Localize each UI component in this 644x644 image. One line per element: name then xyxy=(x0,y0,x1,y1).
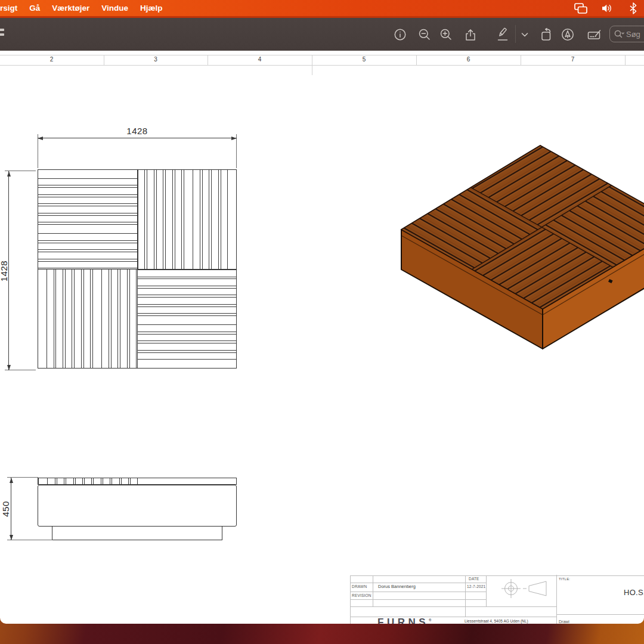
rotate-glyph xyxy=(540,28,553,41)
search-placeholder: Søg xyxy=(626,30,640,39)
annotate-glyph xyxy=(561,28,574,41)
deck-quadrant-bl xyxy=(38,270,137,369)
trademark-symbol: ® xyxy=(429,618,431,622)
markup-icon[interactable] xyxy=(496,27,509,42)
partial-cell-text: Drawi xyxy=(559,620,569,624)
dim-arrow xyxy=(7,171,11,177)
bluetooth-icon[interactable] xyxy=(626,1,640,16)
frame-column-number: 5 xyxy=(357,56,371,63)
menu-item-vindue[interactable]: Vindue xyxy=(101,4,128,13)
menu-item-rsigt[interactable]: rsigt xyxy=(0,4,17,13)
zoom-out-icon[interactable] xyxy=(418,27,431,42)
frame-column-tick xyxy=(625,55,626,65)
dim-arrow xyxy=(38,137,43,140)
toolbar-divider xyxy=(515,25,516,43)
drawn-label: DRAWN xyxy=(352,584,367,589)
frame-column-number: 6 xyxy=(462,56,476,63)
deck-quadrant-br xyxy=(138,270,237,369)
quadrant-divider-horizontal xyxy=(38,269,236,270)
menu-item-g[interactable]: Gå xyxy=(29,4,40,13)
side-view-base xyxy=(52,527,222,540)
side-view-deck-band xyxy=(38,478,237,485)
side-view-body xyxy=(38,485,237,527)
side-view-slat-ends xyxy=(38,478,138,484)
frame-column-number: 3 xyxy=(148,56,163,63)
date-label: DATE xyxy=(469,577,479,581)
rotate-icon[interactable] xyxy=(540,27,553,42)
menu-bar: rsigtGåVærktøjerVindueHjælp xyxy=(0,0,644,18)
menu-item-hjlp[interactable]: Hjælp xyxy=(140,4,163,13)
frame-column-number: 2 xyxy=(45,56,59,63)
chevron-down-glyph xyxy=(521,32,528,38)
company-address: Liessentstraat 4, 5405 AG Uden (NL) xyxy=(465,619,528,623)
company-logo: FURNS® xyxy=(377,617,431,624)
title-block-line xyxy=(486,575,487,606)
annotate-icon[interactable] xyxy=(561,27,574,42)
search-field[interactable]: Søg xyxy=(609,26,644,42)
status-icon-tray xyxy=(574,0,640,16)
window-toolbar: Søg xyxy=(0,18,644,51)
menu-item-vrktjer[interactable]: Værktøjer xyxy=(52,4,89,13)
date-value: 12-7-2021 xyxy=(467,584,485,589)
ext-line xyxy=(7,540,52,540)
zoom-in-glyph xyxy=(439,28,453,41)
frame-column-tick xyxy=(104,55,104,65)
drawing-title: HO.S1 xyxy=(624,588,644,597)
top-view xyxy=(38,169,237,369)
title-block-line xyxy=(556,614,644,615)
title-block-line xyxy=(350,575,351,624)
menu-item-list: rsigtGåVærktøjerVindueHjælp xyxy=(0,0,175,16)
frame-center-mark xyxy=(312,65,312,75)
dim-arrow xyxy=(231,137,237,140)
sidebar-icon[interactable] xyxy=(0,29,4,31)
drawn-value: Dorus Bannenberg xyxy=(378,584,416,589)
dim-line-450 xyxy=(11,478,11,540)
signature-glyph xyxy=(587,28,602,41)
volume-icon[interactable] xyxy=(600,1,614,16)
screen-mirroring-icon[interactable] xyxy=(574,1,588,16)
pdf-page: 234567 1428 xyxy=(0,51,644,624)
volume-glyph xyxy=(601,2,613,14)
markup-glyph xyxy=(496,27,509,42)
dim-line-width xyxy=(38,138,237,138)
dim-arrow xyxy=(10,478,13,483)
projection-symbol xyxy=(489,575,556,602)
dim-height-label: 1428 xyxy=(0,258,9,285)
zoom-in-icon[interactable] xyxy=(439,27,453,42)
isometric-render xyxy=(388,135,644,361)
frame-column-tick xyxy=(521,55,521,65)
frame-column-number: 4 xyxy=(253,56,267,63)
share-glyph xyxy=(463,28,476,41)
frame-column-tick xyxy=(312,55,312,65)
frame-column-number: 7 xyxy=(566,56,580,63)
info-glyph xyxy=(394,28,407,41)
markup-chevron-icon[interactable] xyxy=(521,27,528,42)
title-block-line xyxy=(465,575,466,617)
screen-mirroring-glyph xyxy=(574,3,587,14)
title-block-line xyxy=(556,575,557,624)
title-block-line xyxy=(373,575,373,606)
title-label: TITLE: xyxy=(559,577,570,581)
desktop-screen: rsigtGåVærktøjerVindueHjælp xyxy=(0,0,644,644)
deck-quadrant-tr xyxy=(138,170,237,269)
title-block-line xyxy=(350,606,556,607)
frame-border-top xyxy=(0,55,644,55)
info-icon[interactable] xyxy=(394,27,407,42)
zoom-out-glyph xyxy=(418,28,431,41)
frame-column-tick xyxy=(416,55,417,65)
dim-450-label: 450 xyxy=(1,496,11,523)
dim-width-label: 1428 xyxy=(122,126,152,136)
frame-border-bottom xyxy=(0,65,644,66)
share-icon[interactable] xyxy=(463,27,476,42)
deck-quadrant-tl xyxy=(38,170,137,269)
dim-arrow xyxy=(7,365,11,370)
signature-icon[interactable] xyxy=(587,27,602,42)
dim-arrow xyxy=(10,535,13,540)
search-icon xyxy=(614,30,624,39)
revision-label: REVISION xyxy=(352,593,371,597)
sidebar-icon-bar[interactable] xyxy=(0,33,4,36)
bluetooth-glyph xyxy=(628,2,638,14)
frame-column-tick xyxy=(208,55,208,65)
